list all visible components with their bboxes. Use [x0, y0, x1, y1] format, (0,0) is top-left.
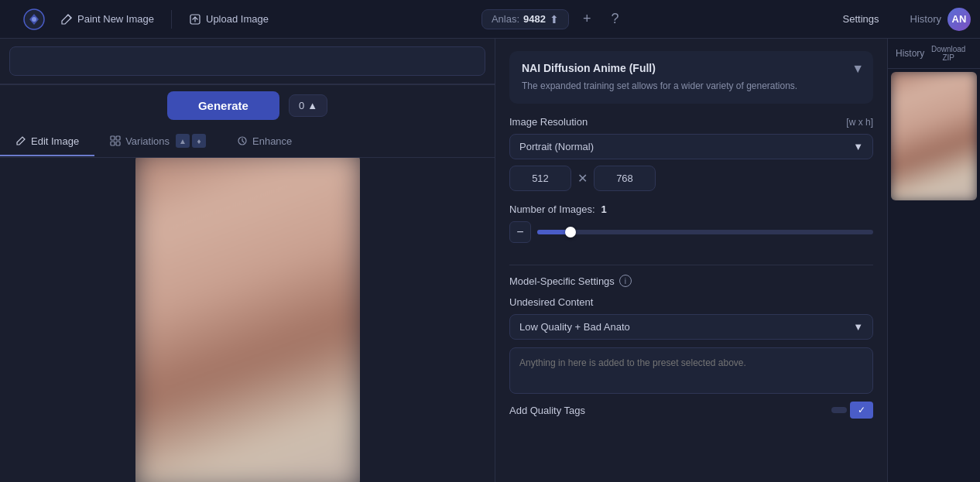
tab-variations[interactable]: Variations ▲ ♦: [94, 126, 221, 157]
svg-rect-5: [111, 142, 115, 145]
quality-tags-toggle: ✓: [831, 402, 873, 419]
slider-decrement[interactable]: −: [509, 221, 531, 243]
right-panel: NAI Diffusion Anime (Full) The expanded …: [495, 39, 887, 482]
resolution-header: Image Resolution [w x h]: [509, 116, 873, 128]
resolution-dims-label: [w x h]: [846, 117, 873, 128]
quality-tags-toggle-on[interactable]: ✓: [850, 402, 873, 419]
main-layout: Generate 0 ▲ Edit Image Variations ▲ ♦: [0, 39, 980, 482]
nav-actions: Settings History AN: [831, 8, 971, 31]
history-panel: History Download ZIP: [887, 39, 980, 482]
avatar: AN: [947, 8, 971, 31]
svg-rect-6: [116, 142, 120, 145]
num-images-section: Number of Images: 1 −: [509, 203, 873, 243]
nav-center: Anlas: 9482 ⬆ + ?: [481, 8, 625, 30]
thumb-blurred-image: [891, 72, 977, 200]
model-expand-button[interactable]: ▼: [852, 62, 864, 76]
num-images-header: Number of Images: 1: [509, 203, 873, 215]
svg-rect-3: [111, 136, 115, 140]
height-input[interactable]: [594, 166, 656, 191]
num-images-slider: −: [509, 221, 873, 243]
dim-x-icon: ✕: [577, 171, 588, 186]
generate-panel: Generate 0 ▲: [0, 84, 495, 126]
image-resolution-section: Image Resolution [w x h] Portrait (Norma…: [509, 116, 873, 191]
resolution-title: Image Resolution: [509, 116, 588, 128]
add-quality-tags-label: Add Quality Tags: [509, 405, 585, 416]
model-specific-header: Model-Specific Settings i: [509, 275, 873, 287]
tab-enhance[interactable]: Enhance: [221, 128, 307, 156]
generate-button[interactable]: Generate: [167, 91, 279, 120]
model-specific-info-icon[interactable]: i: [619, 275, 632, 287]
image-area: [0, 158, 495, 482]
anlas-icon: ⬆: [550, 13, 559, 26]
undesired-textarea[interactable]: [509, 347, 873, 394]
tabs-bar: Edit Image Variations ▲ ♦ Enhance: [0, 126, 495, 158]
download-zip-button[interactable]: Download ZIP: [924, 45, 972, 62]
history-label: History: [910, 13, 941, 25]
svg-rect-4: [116, 136, 120, 140]
model-name: NAI Diffusion Anime (Full): [522, 62, 861, 74]
add-button[interactable]: +: [577, 8, 598, 30]
dims-row: ✕: [509, 166, 873, 191]
variation-icon-2: ♦: [192, 134, 206, 148]
main-image-blurred: [135, 158, 360, 482]
variations-icons: ▲ ♦: [176, 134, 206, 148]
cost-value: 0: [299, 100, 304, 111]
slider-thumb: [565, 227, 576, 238]
anlas-value: 9482: [523, 13, 546, 25]
resolution-dropdown-icon: ▼: [853, 141, 863, 152]
anlas-badge: Anlas: 9482 ⬆: [481, 9, 569, 29]
settings-button[interactable]: Settings: [831, 9, 892, 29]
paint-new-image-button[interactable]: Paint New Image: [53, 9, 162, 30]
history-header: History Download ZIP: [888, 39, 980, 69]
num-images-count: 1: [601, 203, 607, 215]
app-logo: [23, 9, 45, 30]
cost-badge: 0 ▲: [289, 94, 327, 117]
width-input[interactable]: [509, 166, 571, 191]
nav-separator: [171, 10, 172, 29]
model-description: The expanded training set allows for a w…: [522, 79, 861, 93]
prompt-bar: [0, 39, 495, 84]
undesired-dropdown-icon: ▼: [853, 321, 863, 333]
history-thumb-image: [891, 72, 977, 200]
svg-point-1: [32, 17, 36, 22]
prompt-input[interactable]: [9, 46, 485, 76]
resolution-select[interactable]: Portrait (Normal) ▼: [509, 134, 873, 159]
tab-edit-image[interactable]: Edit Image: [0, 128, 94, 156]
add-quality-tags-row: Add Quality Tags ✓: [509, 402, 873, 419]
undesired-select[interactable]: Low Quality + Bad Anato ▼: [509, 314, 873, 340]
nav-left: Paint New Image Upload Image: [9, 9, 276, 30]
slider-track[interactable]: [537, 230, 873, 234]
quality-tags-toggle-off[interactable]: [831, 407, 847, 413]
back-button[interactable]: [9, 9, 19, 29]
cost-arrow-icon: ▲: [307, 100, 317, 111]
topnav: Paint New Image Upload Image Anlas: 9482…: [0, 0, 980, 39]
divider-1: [509, 265, 873, 265]
history-title: History: [896, 48, 924, 59]
help-button[interactable]: ?: [605, 8, 625, 30]
undesired-label: Undesired Content: [509, 296, 873, 308]
left-panel: Generate 0 ▲ Edit Image Variations ▲ ♦: [0, 39, 495, 482]
main-image-container: [135, 158, 360, 482]
variation-icon-1: ▲: [176, 134, 190, 148]
model-info-card: NAI Diffusion Anime (Full) The expanded …: [509, 51, 873, 104]
history-thumbnail-1[interactable]: [888, 69, 980, 203]
upload-image-button[interactable]: Upload Image: [181, 9, 276, 30]
